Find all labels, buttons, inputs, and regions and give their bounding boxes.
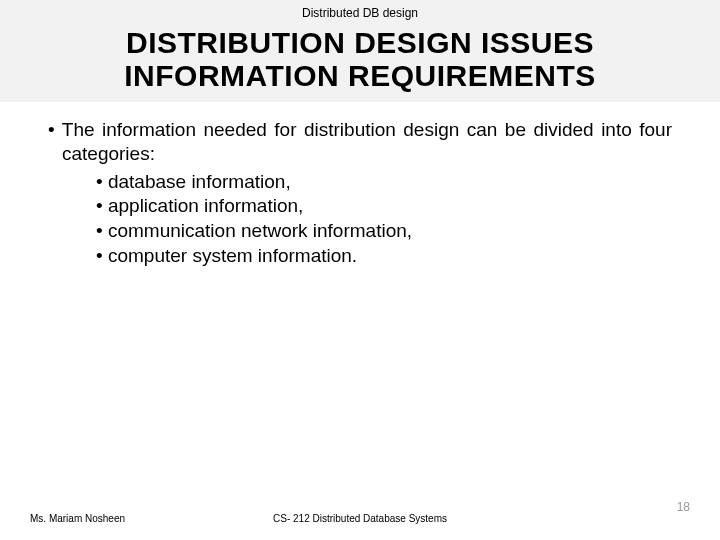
- slide-title-line1: DISTRIBUTION DESIGN ISSUES: [0, 26, 720, 59]
- header-text: Distributed DB design: [0, 6, 720, 20]
- header-band: Distributed DB design: [0, 0, 720, 22]
- footer: Ms. Mariam Nosheen CS- 212 Distributed D…: [0, 500, 720, 524]
- sub-list: database information, application inform…: [48, 170, 672, 269]
- sub-bullet-0: database information,: [96, 170, 672, 195]
- footer-author: Ms. Mariam Nosheen: [30, 513, 250, 524]
- content-area: The information needed for distribution …: [0, 104, 720, 268]
- sub-bullet-1: application information,: [96, 194, 672, 219]
- main-bullet: The information needed for distribution …: [48, 118, 672, 166]
- slide-title-line2: INFORMATION REQUIREMENTS: [0, 59, 720, 92]
- slide-number: 18: [470, 500, 690, 524]
- title-band: DISTRIBUTION DESIGN ISSUES INFORMATION R…: [0, 22, 720, 102]
- sub-bullet-3: computer system information.: [96, 244, 672, 269]
- sub-bullet-2: communication network information,: [96, 219, 672, 244]
- footer-course: CS- 212 Distributed Database Systems: [250, 513, 470, 524]
